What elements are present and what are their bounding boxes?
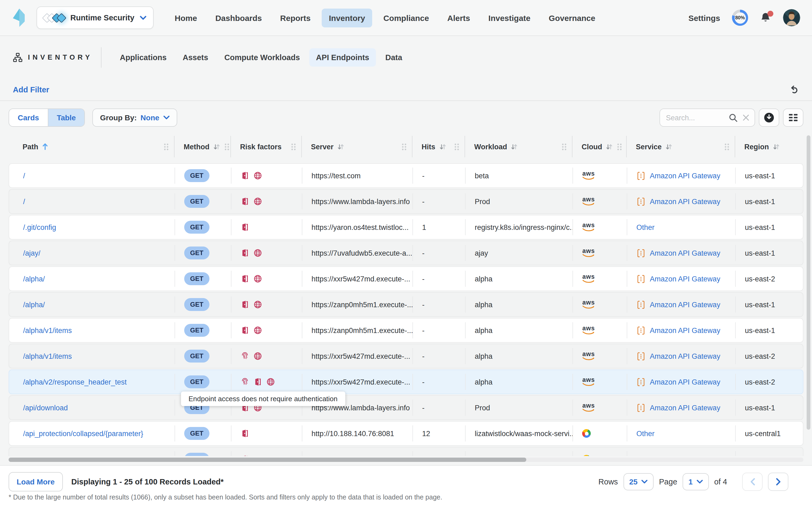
sort-icon[interactable] xyxy=(606,143,613,150)
endpoint-path-link[interactable]: / xyxy=(23,198,25,206)
globe-icon[interactable] xyxy=(253,197,262,206)
clear-search-icon[interactable] xyxy=(742,114,750,121)
sort-icon[interactable] xyxy=(213,143,220,150)
next-page-button[interactable] xyxy=(768,472,789,491)
globe-icon[interactable] xyxy=(253,300,262,309)
nav-item-investigate[interactable]: Investigate xyxy=(481,8,537,27)
column-drag-handle-icon[interactable] xyxy=(163,143,169,151)
column-header-cloud[interactable]: Cloud xyxy=(572,134,626,159)
endpoint-path-link[interactable]: /ajay/ xyxy=(23,249,41,257)
service-link[interactable]: Amazon API Gateway xyxy=(650,198,720,206)
horizontal-scrollbar[interactable] xyxy=(9,458,526,462)
globe-icon[interactable] xyxy=(253,171,262,180)
service-link[interactable]: Amazon API Gateway xyxy=(650,326,720,334)
table-row[interactable]: /GEThttps://www.lambda-layers.info-Proda… xyxy=(9,189,803,214)
service-link[interactable]: Other xyxy=(636,223,655,231)
column-drag-handle-icon[interactable] xyxy=(401,143,407,151)
globe-icon[interactable] xyxy=(253,326,262,335)
column-header-server[interactable]: Server xyxy=(301,134,412,159)
door-open-icon[interactable] xyxy=(241,326,249,335)
service-link[interactable]: Amazon API Gateway xyxy=(650,249,720,257)
notifications-bell-icon[interactable] xyxy=(760,12,771,23)
column-header-path[interactable]: Path xyxy=(9,134,174,159)
page-select[interactable]: 1 xyxy=(683,473,709,490)
nav-item-inventory[interactable]: Inventory xyxy=(322,8,372,27)
sort-icon[interactable] xyxy=(439,143,446,150)
table-row[interactable]: /alpha/GEThttps://xxr5w427md.execute-...… xyxy=(9,266,803,291)
column-header-risk-factors[interactable]: Risk factors xyxy=(230,134,301,159)
product-switcher[interactable]: Runtime Security xyxy=(37,6,154,29)
fingerprint-icon[interactable] xyxy=(241,378,249,386)
table-row[interactable]: /alpha/GEThttps://zanp0mh5m1.execute-...… xyxy=(9,292,803,317)
service-link[interactable]: Other xyxy=(636,430,655,438)
table-row[interactable]: /api_protection/collapsed/{parameter}GET… xyxy=(9,421,803,446)
sort-icon[interactable] xyxy=(511,143,518,150)
load-more-button[interactable]: Load More xyxy=(9,472,63,492)
nav-item-governance[interactable]: Governance xyxy=(542,8,602,27)
door-open-icon[interactable] xyxy=(241,455,249,456)
door-open-icon[interactable] xyxy=(241,171,249,180)
nav-item-alerts[interactable]: Alerts xyxy=(441,8,477,27)
endpoint-path-link[interactable]: /api/download xyxy=(23,404,68,412)
nav-item-dashboards[interactable]: Dashboards xyxy=(209,8,269,27)
globe-icon[interactable] xyxy=(253,274,262,283)
nav-item-home[interactable]: Home xyxy=(168,8,204,27)
cards-view-button[interactable]: Cards xyxy=(9,109,48,126)
column-settings-button[interactable] xyxy=(783,109,803,127)
service-link[interactable]: Amazon API Gateway xyxy=(650,378,720,386)
vertical-scrollbar[interactable] xyxy=(807,135,810,430)
endpoint-path-link[interactable]: /.git/config xyxy=(23,223,56,231)
user-avatar[interactable] xyxy=(783,9,800,26)
endpoint-path-link[interactable]: /api_protection/collapsed/{parameter} xyxy=(23,430,143,438)
door-open-icon[interactable] xyxy=(241,223,249,231)
previous-page-button[interactable] xyxy=(742,472,763,491)
service-link[interactable]: Amazon API Gateway xyxy=(650,172,720,180)
column-drag-handle-icon[interactable] xyxy=(224,143,230,151)
reset-filters-icon[interactable] xyxy=(789,84,799,95)
column-drag-handle-icon[interactable] xyxy=(561,143,567,151)
nav-item-compliance[interactable]: Compliance xyxy=(376,8,436,27)
table-row[interactable]: /alpha/v2/response_header_testGEThttps:/… xyxy=(9,370,803,394)
endpoint-path-link[interactable]: / xyxy=(23,172,25,180)
column-header-method[interactable]: Method xyxy=(174,134,230,159)
column-drag-handle-icon[interactable] xyxy=(291,143,296,151)
service-link[interactable]: Amazon API Gateway xyxy=(650,352,720,360)
column-header-hits[interactable]: Hits xyxy=(412,134,465,159)
sort-icon[interactable] xyxy=(337,143,344,150)
group-by-dropdown[interactable]: Group By: None xyxy=(93,109,177,127)
column-drag-handle-icon[interactable] xyxy=(617,143,623,151)
nav-item-reports[interactable]: Reports xyxy=(273,8,317,27)
door-open-icon[interactable] xyxy=(241,197,249,206)
settings-link[interactable]: Settings xyxy=(689,13,720,22)
tab-api-endpoints[interactable]: API Endpoints xyxy=(309,48,375,66)
endpoint-path-link[interactable]: /alpha/v1/items xyxy=(23,326,72,334)
table-view-button[interactable]: Table xyxy=(48,109,84,126)
tab-data[interactable]: Data xyxy=(379,48,409,66)
endpoint-path-link[interactable]: /alpha/ xyxy=(23,300,45,308)
door-open-icon[interactable] xyxy=(253,378,262,386)
service-link[interactable]: Amazon API Gateway xyxy=(650,300,720,308)
tab-assets[interactable]: Assets xyxy=(176,48,215,66)
column-header-workload[interactable]: Workload xyxy=(465,134,572,159)
table-row[interactable]: /api_protection/collapsed/{parameter}GET… xyxy=(9,447,803,456)
add-filter-link[interactable]: Add Filter xyxy=(13,85,49,94)
sort-icon[interactable] xyxy=(773,143,780,150)
globe-icon[interactable] xyxy=(253,352,262,360)
globe-icon[interactable] xyxy=(253,249,262,257)
door-open-icon[interactable] xyxy=(241,274,249,283)
table-row[interactable]: /ajay/GEThttps://7uvafudwb5.execute-a...… xyxy=(9,241,803,265)
door-open-icon[interactable] xyxy=(241,249,249,257)
table-row[interactable]: /alpha/v1/itemsGEThttps://zanp0mh5m1.exe… xyxy=(9,318,803,343)
table-row[interactable]: /GEThttps://test.com-betaawsAmazon API G… xyxy=(9,163,803,188)
endpoint-path-link[interactable]: /alpha/v2/response_header_test xyxy=(23,378,127,386)
column-drag-handle-icon[interactable] xyxy=(724,143,730,151)
service-link[interactable]: Amazon API Gateway xyxy=(650,275,720,283)
search-icon[interactable] xyxy=(729,113,738,122)
download-button[interactable] xyxy=(759,109,779,127)
service-link[interactable]: Other xyxy=(636,455,655,456)
door-open-icon[interactable] xyxy=(241,429,249,438)
brand-logo-icon[interactable] xyxy=(12,7,27,29)
door-open-icon[interactable] xyxy=(241,300,249,309)
table-row[interactable]: /alpha/v1/itemsGEThttps://xxr5w427md.exe… xyxy=(9,344,803,369)
tab-compute-workloads[interactable]: Compute Workloads xyxy=(218,48,306,66)
